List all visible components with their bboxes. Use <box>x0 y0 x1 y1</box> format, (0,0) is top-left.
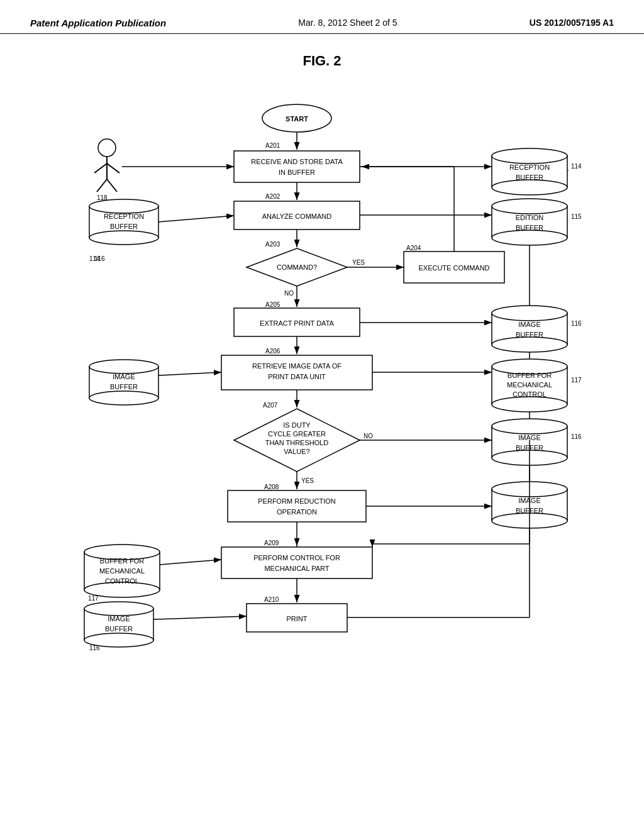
human-arm-right <box>107 163 119 173</box>
edition-buffer-115-text2: BUFFER <box>516 224 543 231</box>
ref-114a: 114 <box>571 163 582 170</box>
buffer-mech-117a-text3: CONTROL <box>513 390 547 398</box>
a205-step-label: A205 <box>265 301 280 308</box>
reception-buffer-114-top <box>492 148 567 163</box>
human-leg-left <box>97 179 107 192</box>
a201-text-line1: RECEIVE AND STORE DATA <box>251 158 343 165</box>
buffer-mech-117a-text1: BUFFER FOR <box>508 372 552 379</box>
flowchart-svg: START A201 RECEIVE AND STORE DATA IN BUF… <box>52 82 592 792</box>
a203-text: COMMAND? <box>277 263 317 271</box>
human-head <box>98 139 116 157</box>
arrow-left-imgbuf-a206 <box>158 372 221 375</box>
a201-step-label: A201 <box>265 142 280 149</box>
reception-buffer-114-bottom <box>492 180 567 195</box>
arrow-left-imgbuf2-a210 <box>153 616 247 619</box>
image-buffer-116a-text1: IMAGE <box>518 321 540 328</box>
ref-116a: 116 <box>571 320 582 327</box>
a207-no-label: NO <box>364 433 373 440</box>
a209-box <box>221 547 372 578</box>
a202-step-label: A202 <box>265 193 280 200</box>
a208-text-line2: OPERATION <box>277 508 317 516</box>
edition-buffer-115-bottom <box>492 230 567 245</box>
a205-text: EXTRACT PRINT DATA <box>260 319 334 327</box>
a208-step-label: A208 <box>264 484 279 490</box>
buffer-mech-117a-bottom <box>492 397 567 412</box>
image-buffer-116a-bottom <box>492 337 567 352</box>
start-label: START <box>286 115 308 123</box>
left-image-buffer-top <box>89 360 158 374</box>
left-image2-text2: BUFFER <box>105 625 133 633</box>
left-buffer-mech-text2: MECHANICAL <box>99 567 145 575</box>
human-leg-right <box>107 179 117 192</box>
a207-text-line1: IS DUTY <box>283 421 311 429</box>
left-buffer-mech-text1: BUFFER FOR <box>100 557 144 565</box>
left-image-text2: BUFFER <box>110 383 138 390</box>
a206-step-label: A206 <box>265 348 280 355</box>
a208-box <box>228 490 366 522</box>
a209-text-line2: MECHANICAL PART <box>264 565 329 572</box>
a208-text-line1: PERFORM REDUCTION <box>258 497 336 505</box>
a202-text: ANALYZE COMMAND <box>262 213 331 220</box>
ref-116-left: 116 <box>94 255 105 262</box>
image-buffer-116a-text2: BUFFER <box>516 331 543 338</box>
page-header: Patent Application Publication Mar. 8, 2… <box>0 0 644 34</box>
left-reception-buffer-top <box>89 199 158 213</box>
a209-step-label: A209 <box>264 540 279 546</box>
publication-label: Patent Application Publication <box>30 18 166 28</box>
a203-yes-label: YES <box>352 259 365 266</box>
ref-117a: 117 <box>571 377 582 384</box>
edition-buffer-115-top <box>492 199 567 214</box>
a201-text-line2: IN BUFFER <box>279 169 315 176</box>
figure-title: FIG. 2 <box>13 53 631 69</box>
a210-text: PRINT <box>287 615 308 622</box>
left-image-buffer2-top <box>84 602 153 616</box>
date-sheet-label: Mar. 8, 2012 Sheet 2 of 5 <box>298 18 397 28</box>
a207-text-line4: VALUE? <box>284 448 309 455</box>
left-image2-text1: IMAGE <box>108 615 130 622</box>
image-buffer-116b-top <box>492 419 567 434</box>
a207-step-label: A207 <box>263 402 278 409</box>
image-buffer-116a-top <box>492 306 567 321</box>
left-image-buffer-bottom <box>89 391 158 405</box>
a201-box <box>234 151 360 182</box>
reception-buffer-114-text1: RECEPTION <box>509 163 550 171</box>
ref-115: 115 <box>571 213 582 220</box>
a204-step-label: A204 <box>406 245 421 252</box>
ref-116-left2: 116 <box>89 645 100 651</box>
left-reception-text2: BUFFER <box>110 223 138 230</box>
a207-text-line2: CYCLE GREATER <box>268 430 326 438</box>
left-buffer-mech-text3: CONTROL <box>105 577 139 585</box>
patent-number-label: US 2012/0057195 A1 <box>530 18 614 28</box>
a207-text-line3: THAN THRESHOLD <box>265 439 329 446</box>
a210-step-label: A210 <box>264 596 279 603</box>
a207-yes-label: YES <box>301 477 314 484</box>
diagram-area: FIG. 2 START A201 RECEIVE AND STORE DATA… <box>0 34 644 805</box>
ref-118: 118 <box>97 194 108 201</box>
left-reception-text1: RECEPTION <box>104 213 144 220</box>
buffer-mech-117a-text2: MECHANICAL <box>507 381 552 389</box>
ref-116b: 116 <box>571 433 582 440</box>
a206-text-line2: PRINT DATA UNIT <box>268 373 326 380</box>
a203-step-label: A203 <box>265 241 280 248</box>
reception-buffer-114-text2: BUFFER <box>516 174 543 181</box>
ref-117b: 117 <box>88 595 99 602</box>
a209-text-line1: PERFORM CONTROL FOR <box>253 554 340 562</box>
a206-text-line1: RETRIEVE IMAGE DATA OF <box>252 362 341 370</box>
arrow-left-recbuf-a202 <box>158 216 234 222</box>
edition-buffer-115-text1: EDITION <box>516 214 544 221</box>
left-reception-buffer-bottom <box>89 231 158 245</box>
a203-no-label: NO <box>284 290 294 297</box>
left-image-text1: IMAGE <box>113 373 135 380</box>
a204-text: EXECUTE COMMAND <box>418 264 489 272</box>
human-arm-left <box>94 163 107 173</box>
arrow-left-bufmech-a209 <box>160 560 221 565</box>
